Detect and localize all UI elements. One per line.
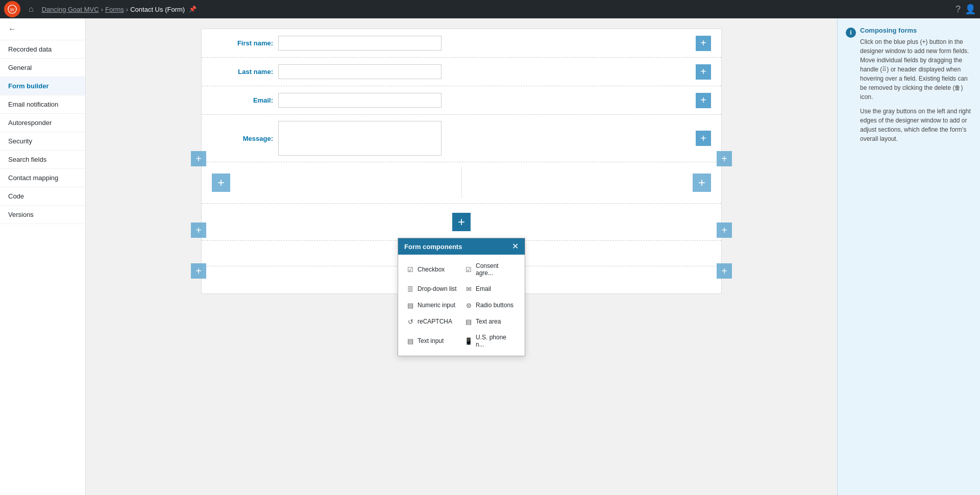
- textinput-icon: ▤: [406, 337, 414, 345]
- component-dropdown-label: Drop-down list: [418, 285, 457, 292]
- input-lastname[interactable]: [278, 64, 442, 79]
- recaptcha-icon: ↺: [406, 317, 414, 326]
- right-panel-text: Click on the blue plus (+) button in the…: [860, 37, 972, 143]
- component-checkbox-label: Checkbox: [418, 266, 445, 273]
- svg-text:W: W: [10, 7, 15, 12]
- add-field-btn-email[interactable]: +: [696, 93, 711, 108]
- popup-title: Form components: [404, 243, 462, 251]
- sidebar-item-form-builder[interactable]: Form builder: [0, 77, 85, 95]
- topbar-right: ? 👤: [955, 4, 976, 15]
- main-content: + + + + + + First name: + Last name: +: [86, 18, 837, 495]
- form-row-lastname: Last name: +: [202, 58, 721, 86]
- component-recaptcha-label: reCAPTCHA: [418, 318, 452, 325]
- input-email[interactable]: [278, 93, 442, 108]
- component-textinput[interactable]: ▤ Text input: [404, 331, 460, 351]
- input-firstname[interactable]: [278, 36, 442, 51]
- textarea-icon: ▤: [464, 317, 473, 326]
- sidebar-item-general[interactable]: General: [0, 59, 85, 77]
- breadcrumb-separator2: ›: [126, 6, 128, 13]
- help-icon[interactable]: ?: [955, 4, 961, 15]
- sidebar: ← Recorded data General Form builder Ema…: [0, 18, 86, 495]
- right-panel-content: Composing forms Click on the blue plus (…: [860, 27, 972, 148]
- right-add-section-btn-3[interactable]: +: [717, 263, 732, 279]
- component-radio-label: Radio buttons: [476, 302, 513, 309]
- sidebar-item-email-notification[interactable]: Email notification: [0, 95, 85, 114]
- label-email: Email:: [212, 96, 273, 104]
- form-components-popup: Form components ✕ ☑ Checkbox ☑ Consent a…: [398, 238, 525, 356]
- form-row-firstname: First name: +: [202, 29, 721, 58]
- right-add-section-btn-2[interactable]: +: [717, 222, 732, 238]
- layout: ← Recorded data General Form builder Ema…: [0, 18, 980, 495]
- breadcrumb-separator: ›: [101, 6, 103, 13]
- section-row-1: + +: [202, 162, 721, 204]
- sidebar-item-autoresponder[interactable]: Autoresponder: [0, 114, 85, 132]
- center-add-btn[interactable]: +: [452, 213, 471, 231]
- label-message: Message:: [212, 135, 273, 142]
- popup-body: ☑ Checkbox ☑ Consent agre... ☰ Drop-down…: [398, 255, 525, 356]
- popup-close-button[interactable]: ✕: [512, 242, 519, 251]
- component-usphone[interactable]: 📱 U.S. phone n...: [462, 331, 519, 351]
- vertical-divider: [461, 167, 462, 198]
- component-consent-label: Consent agre...: [476, 262, 517, 277]
- label-lastname: Last name:: [212, 68, 273, 76]
- component-recaptcha[interactable]: ↺ reCAPTCHA: [404, 315, 460, 328]
- breadcrumb: Dancing Goat MVC › Forms › Contact Us (F…: [42, 6, 197, 13]
- component-textarea[interactable]: ▤ Text area: [462, 315, 519, 328]
- right-panel-title: Composing forms: [860, 27, 972, 34]
- component-email-label: Email: [476, 285, 491, 292]
- component-numeric-label: Numeric input: [418, 302, 455, 309]
- user-icon[interactable]: 👤: [965, 4, 976, 15]
- form-row-email: Email: +: [202, 86, 721, 115]
- component-checkbox[interactable]: ☑ Checkbox: [404, 260, 460, 279]
- component-dropdown[interactable]: ☰ Drop-down list: [404, 282, 460, 295]
- consent-icon: ☑: [464, 265, 473, 274]
- component-textinput-label: Text input: [418, 337, 444, 344]
- sidebar-item-versions[interactable]: Versions: [0, 206, 85, 224]
- breadcrumb-site[interactable]: Dancing Goat MVC: [42, 6, 99, 13]
- add-field-btn-message[interactable]: +: [696, 131, 711, 146]
- component-textarea-label: Text area: [476, 318, 501, 325]
- checkbox-icon: ☑: [406, 265, 414, 274]
- left-add-section-btn-2[interactable]: +: [191, 222, 206, 238]
- email-icon: ✉: [464, 285, 473, 293]
- breadcrumb-current: Contact Us (Form): [130, 6, 185, 13]
- right-panel-header: i Composing forms Click on the blue plus…: [846, 27, 972, 148]
- left-add-section-btn-3[interactable]: +: [191, 263, 206, 279]
- breadcrumb-forms[interactable]: Forms: [105, 6, 124, 13]
- wordpress-logo[interactable]: W: [4, 1, 20, 17]
- component-usphone-label: U.S. phone n...: [476, 334, 517, 348]
- radio-icon: ⊜: [464, 301, 473, 309]
- dropdown-icon: ☰: [406, 285, 414, 293]
- sidebar-nav: Recorded data General Form builder Email…: [0, 40, 85, 224]
- pin-icon[interactable]: 📌: [189, 6, 197, 13]
- popup-header: Form components ✕: [398, 238, 525, 255]
- left-add-section-btn-1[interactable]: +: [191, 151, 206, 166]
- component-consent-agreement[interactable]: ☑ Consent agre...: [462, 260, 519, 279]
- section-add-left[interactable]: +: [212, 174, 230, 192]
- sidebar-item-code[interactable]: Code: [0, 187, 85, 206]
- section-add-right[interactable]: +: [693, 174, 711, 192]
- info-icon: i: [846, 28, 856, 38]
- sidebar-item-security[interactable]: Security: [0, 132, 85, 151]
- input-message[interactable]: [278, 121, 442, 156]
- sidebar-back-button[interactable]: ←: [0, 18, 85, 40]
- form-row-message: Message: +: [202, 115, 721, 162]
- component-radio[interactable]: ⊜ Radio buttons: [462, 299, 519, 312]
- component-numeric[interactable]: ▤ Numeric input: [404, 299, 460, 312]
- component-email[interactable]: ✉ Email: [462, 282, 519, 295]
- sidebar-item-search-fields[interactable]: Search fields: [0, 151, 85, 169]
- label-firstname: First name:: [212, 39, 273, 47]
- right-panel: i Composing forms Click on the blue plus…: [837, 18, 980, 495]
- add-field-btn-firstname[interactable]: +: [696, 36, 711, 51]
- sidebar-item-contact-mapping[interactable]: Contact mapping: [0, 169, 85, 187]
- numeric-icon: ▤: [406, 301, 414, 309]
- home-icon[interactable]: ⌂: [24, 3, 38, 16]
- add-field-btn-lastname[interactable]: +: [696, 64, 711, 80]
- topbar: W ⌂ Dancing Goat MVC › Forms › Contact U…: [0, 0, 980, 18]
- usphone-icon: 📱: [464, 337, 473, 345]
- right-add-section-btn-1[interactable]: +: [717, 151, 732, 166]
- sidebar-item-recorded-data[interactable]: Recorded data: [0, 40, 85, 59]
- center-add-row: +: [202, 204, 721, 241]
